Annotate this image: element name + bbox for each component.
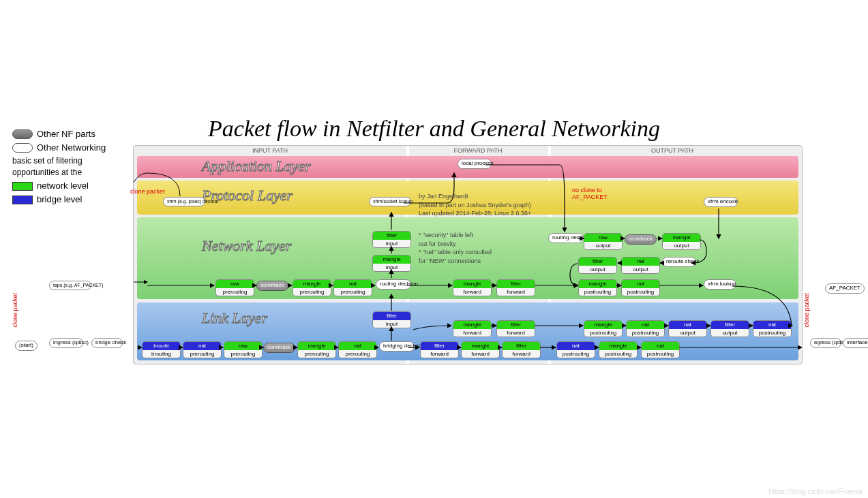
node-xfrm-socket-lookup: xfrm/socket lookup: [369, 197, 411, 206]
node-bridge-check: bridge check: [91, 338, 123, 348]
node-routing-decision: routing decision: [376, 279, 411, 290]
pill-light-icon: [12, 143, 33, 153]
box-mangle-output: mangleoutput: [662, 233, 701, 250]
credit-line: (based in part on Joshua Snyder's graph): [419, 201, 531, 210]
header-forward: FORWARD PATH: [410, 147, 546, 155]
box-mangle-forward-link: mangleforward: [453, 320, 492, 337]
box-filter-input-link: filterinput: [372, 311, 411, 328]
box-filter-input: filterinput: [372, 231, 411, 248]
box-mangle-postrouting-link: manglepostrouting: [599, 341, 638, 358]
label-no-clone: no clone to AF_PACKET: [572, 187, 610, 200]
note-line: * "security" table left: [419, 231, 492, 240]
box-broute: broutebrouting: [142, 341, 181, 358]
box-mangle-forward-link: mangleforward: [461, 341, 500, 358]
node-local-process: local process: [458, 159, 492, 169]
legend-label: bridge level: [37, 193, 83, 206]
watermark: https://blog.csdn.net/Fiverya: [768, 487, 863, 495]
node-bridging-decision: bridging decision: [379, 341, 415, 352]
node-interface-output: interface output: [843, 338, 868, 348]
box-nat-postrouting: natpostrouting: [621, 279, 660, 296]
box-filter-forward: filterforward: [496, 279, 535, 296]
header-input: INPUT PATH: [134, 147, 406, 155]
note-line: * "nat" table only consulted: [419, 248, 492, 257]
node-egress: egress (qdisc): [810, 338, 841, 348]
box-nat-prerouting-link: natprerouting: [338, 341, 377, 358]
legend-label: Other NF parts: [37, 128, 95, 140]
box-mangle-prerouting-link: mangleprerouting: [297, 341, 336, 358]
box-nat-postrouting-br: natpostrouting: [753, 320, 792, 337]
node-xfrm-lookup: xfrm lookup: [704, 279, 736, 290]
box-filter-output-link: filteroutput: [710, 320, 749, 337]
box-mangle-prerouting: mangleprerouting: [293, 279, 331, 296]
notes-block: * "security" table left out for brevity …: [419, 231, 492, 265]
box-raw-prerouting: rawprerouting: [215, 279, 254, 296]
layer-title: Link Layer: [202, 309, 267, 327]
note-line: out for brevity: [419, 240, 492, 249]
box-raw-output: rawoutput: [584, 233, 623, 250]
node-conntrack: conntrack: [256, 281, 288, 291]
legend-label: network level: [37, 180, 89, 192]
swatch-green-icon: [12, 182, 33, 191]
swatch-blue-icon: [12, 196, 33, 204]
node-conntrack-out: conntrack: [625, 234, 657, 245]
label-clone-packet: clone packet: [130, 188, 165, 195]
diagram-container: INPUT PATH FORWARD PATH OUTPUT PATH Appl…: [133, 145, 803, 364]
box-filter-forward-link: filterforward: [502, 341, 541, 358]
label-clone-packet: clone packet: [803, 293, 810, 328]
node-taps: taps (e.g. AF_PACKET): [49, 281, 91, 290]
legend-label: Other Networking: [37, 142, 106, 154]
box-filter-forward-br: filterforward: [420, 341, 459, 358]
box-nat-postrouting-link: natpostrouting: [641, 341, 680, 358]
box-filter-forward-link: filterforward: [496, 320, 535, 337]
box-nat-prerouting-link: natprerouting: [183, 341, 222, 358]
box-mangle-input: mangleinput: [372, 255, 411, 272]
diagram-title: Packet flow in Netfilter and General Net…: [0, 116, 868, 142]
credit-line: Last updated 2014-Feb-28; Linux 2.6.36+: [419, 209, 531, 218]
box-nat-prerouting: natprerouting: [333, 279, 372, 296]
layer-title: Network Layer: [202, 237, 291, 255]
box-nat-postrouting-br: natpostrouting: [556, 341, 595, 358]
credit-block: by Jan Engelhardt (based in part on Josh…: [419, 192, 531, 218]
legend-text: basic set of filtering opportunities at …: [12, 155, 121, 178]
box-filter-output: filteroutput: [578, 257, 617, 274]
box-mangle-postrouting-link: manglepostrouting: [584, 320, 623, 337]
node-routing-decision-out: routing decision: [548, 233, 584, 243]
box-raw-prerouting-link: rawprerouting: [224, 341, 263, 358]
box-nat-output-link: natoutput: [668, 320, 707, 337]
box-nat-output: natoutput: [621, 257, 660, 274]
node-ingress: ingress (qdisc): [49, 338, 83, 348]
box-mangle-postrouting: manglepostrouting: [578, 279, 617, 296]
legend: Other NF parts Other Networking basic se…: [12, 127, 121, 207]
node-start: (start): [15, 341, 38, 351]
credit-line: by Jan Engelhardt: [419, 192, 531, 201]
node-xfrm-decode: xfrm (e.g. ipsec) decode: [163, 197, 205, 206]
pill-dark-icon: [12, 129, 33, 139]
node-af-packet: AF_PACKET: [825, 283, 865, 294]
box-nat-postrouting-link: natpostrouting: [626, 320, 665, 337]
box-mangle-forward: mangleforward: [453, 279, 492, 296]
layer-title: Application Layer: [202, 157, 310, 175]
note-line: for "NEW" connections: [419, 257, 492, 266]
label-clone-packet: clone packet: [12, 293, 18, 328]
node-xfrm-encode: xfrm encode: [704, 197, 738, 207]
node-reroute-check: reroute check: [662, 257, 696, 267]
node-conntrack-link: conntrack: [263, 343, 295, 353]
header-output: OUTPUT PATH: [550, 147, 795, 155]
